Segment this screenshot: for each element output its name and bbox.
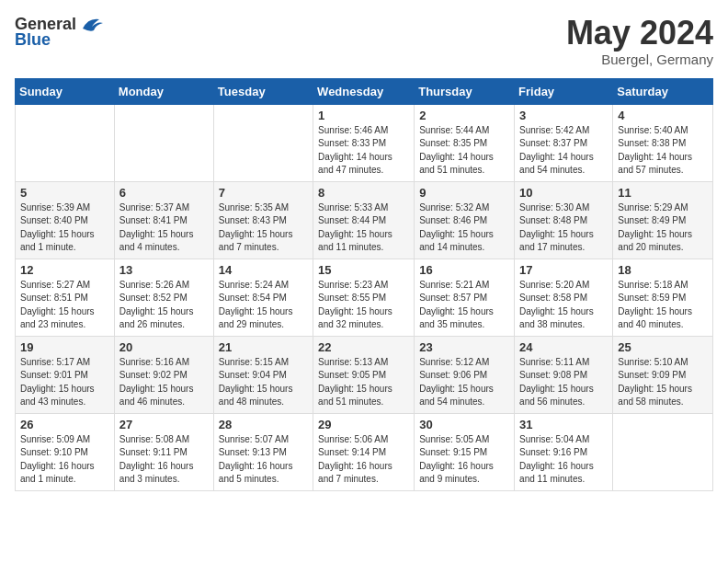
day-number: 27 [119,418,209,431]
calendar-cell: 7Sunrise: 5:35 AM Sunset: 8:43 PM Daylig… [213,181,313,259]
day-info: Sunrise: 5:27 AM Sunset: 8:51 PM Dayligh… [20,279,109,332]
calendar-cell: 28Sunrise: 5:07 AM Sunset: 9:13 PM Dayli… [213,413,313,490]
day-info: Sunrise: 5:06 AM Sunset: 9:14 PM Dayligh… [318,433,409,487]
day-number: 9 [419,186,509,200]
calendar-cell: 9Sunrise: 5:32 AM Sunset: 8:46 PM Daylig… [415,181,515,259]
calendar-cell: 4Sunrise: 5:40 AM Sunset: 8:38 PM Daylig… [613,104,713,181]
calendar-cell: 19Sunrise: 5:17 AM Sunset: 9:01 PM Dayli… [16,336,115,413]
day-info: Sunrise: 5:05 AM Sunset: 9:15 PM Dayligh… [419,433,509,487]
day-info: Sunrise: 5:15 AM Sunset: 9:04 PM Dayligh… [219,356,308,409]
calendar-cell: 6Sunrise: 5:37 AM Sunset: 8:41 PM Daylig… [114,181,213,259]
calendar-cell: 26Sunrise: 5:09 AM Sunset: 9:10 PM Dayli… [16,413,115,490]
day-number: 17 [519,263,608,277]
day-info: Sunrise: 5:20 AM Sunset: 8:58 PM Dayligh… [519,279,608,332]
calendar-cell: 24Sunrise: 5:11 AM Sunset: 9:08 PM Dayli… [515,336,613,413]
calendar-cell: 22Sunrise: 5:13 AM Sunset: 9:05 PM Dayli… [313,336,415,413]
day-number: 31 [519,418,608,431]
day-info: Sunrise: 5:13 AM Sunset: 9:05 PM Dayligh… [318,356,409,409]
day-number: 25 [618,340,708,354]
calendar-cell: 15Sunrise: 5:23 AM Sunset: 8:55 PM Dayli… [313,259,415,336]
page-header: General Blue May 2024 Buergel, Germany [15,15,713,67]
day-number: 13 [119,263,209,277]
day-number: 23 [419,340,509,354]
day-number: 14 [219,263,308,277]
calendar-cell: 11Sunrise: 5:29 AM Sunset: 8:49 PM Dayli… [613,181,713,259]
calendar-cell: 2Sunrise: 5:44 AM Sunset: 8:35 PM Daylig… [415,104,515,181]
title-area: May 2024 Buergel, Germany [566,15,713,67]
day-info: Sunrise: 5:26 AM Sunset: 8:52 PM Dayligh… [119,279,209,332]
calendar-cell [114,104,213,181]
calendar-cell: 25Sunrise: 5:10 AM Sunset: 9:09 PM Dayli… [613,336,713,413]
calendar-header-friday: Friday [515,78,613,104]
location: Buergel, Germany [566,52,713,67]
calendar-cell: 3Sunrise: 5:42 AM Sunset: 8:37 PM Daylig… [515,104,613,181]
calendar-header-saturday: Saturday [613,78,713,104]
day-info: Sunrise: 5:24 AM Sunset: 8:54 PM Dayligh… [219,279,308,332]
calendar-cell: 30Sunrise: 5:05 AM Sunset: 9:15 PM Dayli… [415,413,515,490]
day-info: Sunrise: 5:23 AM Sunset: 8:55 PM Dayligh… [318,279,409,332]
day-info: Sunrise: 5:10 AM Sunset: 9:09 PM Dayligh… [618,356,708,409]
calendar-cell: 8Sunrise: 5:33 AM Sunset: 8:44 PM Daylig… [313,181,415,259]
calendar-cell: 23Sunrise: 5:12 AM Sunset: 9:06 PM Dayli… [415,336,515,413]
day-number: 24 [519,340,608,354]
day-info: Sunrise: 5:32 AM Sunset: 8:46 PM Dayligh… [419,201,509,255]
day-info: Sunrise: 5:21 AM Sunset: 8:57 PM Dayligh… [419,279,509,332]
day-number: 2 [419,109,509,122]
day-number: 18 [618,263,708,277]
calendar-cell: 14Sunrise: 5:24 AM Sunset: 8:54 PM Dayli… [213,259,313,336]
day-info: Sunrise: 5:12 AM Sunset: 9:06 PM Dayligh… [419,356,509,409]
day-info: Sunrise: 5:39 AM Sunset: 8:40 PM Dayligh… [20,201,109,255]
calendar-cell: 18Sunrise: 5:18 AM Sunset: 8:59 PM Dayli… [613,259,713,336]
day-info: Sunrise: 5:18 AM Sunset: 8:59 PM Dayligh… [618,279,708,332]
month-title: May 2024 [566,15,713,52]
day-info: Sunrise: 5:16 AM Sunset: 9:02 PM Dayligh… [119,356,209,409]
logo: General Blue [15,15,105,50]
day-info: Sunrise: 5:40 AM Sunset: 8:38 PM Dayligh… [618,124,708,178]
day-info: Sunrise: 5:04 AM Sunset: 9:16 PM Dayligh… [519,433,608,487]
day-number: 15 [318,263,409,277]
day-info: Sunrise: 5:17 AM Sunset: 9:01 PM Dayligh… [20,356,109,409]
calendar-cell [213,104,313,181]
day-number: 28 [219,418,308,431]
calendar-cell: 21Sunrise: 5:15 AM Sunset: 9:04 PM Dayli… [213,336,313,413]
calendar-cell [613,413,713,490]
calendar-table: SundayMondayTuesdayWednesdayThursdayFrid… [15,78,713,491]
logo-bird-icon [79,16,105,34]
day-number: 10 [519,186,608,200]
day-number: 3 [519,109,608,122]
calendar-cell: 1Sunrise: 5:46 AM Sunset: 8:33 PM Daylig… [313,104,415,181]
calendar-cell: 17Sunrise: 5:20 AM Sunset: 8:58 PM Dayli… [515,259,613,336]
day-number: 19 [20,340,109,354]
day-info: Sunrise: 5:29 AM Sunset: 8:49 PM Dayligh… [618,201,708,255]
day-number: 22 [318,340,409,354]
day-info: Sunrise: 5:08 AM Sunset: 9:11 PM Dayligh… [119,433,209,487]
calendar-cell [16,104,115,181]
calendar-cell: 10Sunrise: 5:30 AM Sunset: 8:48 PM Dayli… [515,181,613,259]
calendar-cell: 20Sunrise: 5:16 AM Sunset: 9:02 PM Dayli… [114,336,213,413]
day-info: Sunrise: 5:42 AM Sunset: 8:37 PM Dayligh… [519,124,608,178]
calendar-cell: 13Sunrise: 5:26 AM Sunset: 8:52 PM Dayli… [114,259,213,336]
day-number: 12 [20,263,109,277]
calendar-cell: 31Sunrise: 5:04 AM Sunset: 9:16 PM Dayli… [515,413,613,490]
day-number: 4 [618,109,708,122]
logo-blue: Blue [15,30,51,50]
calendar-header-sunday: Sunday [16,78,115,104]
day-number: 6 [119,186,209,200]
day-info: Sunrise: 5:35 AM Sunset: 8:43 PM Dayligh… [219,201,308,255]
calendar-cell: 5Sunrise: 5:39 AM Sunset: 8:40 PM Daylig… [16,181,115,259]
day-number: 30 [419,418,509,431]
calendar-cell: 27Sunrise: 5:08 AM Sunset: 9:11 PM Dayli… [114,413,213,490]
day-info: Sunrise: 5:44 AM Sunset: 8:35 PM Dayligh… [419,124,509,178]
day-info: Sunrise: 5:30 AM Sunset: 8:48 PM Dayligh… [519,201,608,255]
calendar-header-monday: Monday [114,78,213,104]
calendar-header-wednesday: Wednesday [313,78,415,104]
day-number: 16 [419,263,509,277]
day-info: Sunrise: 5:07 AM Sunset: 9:13 PM Dayligh… [219,433,308,487]
calendar-cell: 29Sunrise: 5:06 AM Sunset: 9:14 PM Dayli… [313,413,415,490]
day-info: Sunrise: 5:09 AM Sunset: 9:10 PM Dayligh… [20,433,109,487]
day-number: 11 [618,186,708,200]
day-number: 5 [20,186,109,200]
day-info: Sunrise: 5:11 AM Sunset: 9:08 PM Dayligh… [519,356,608,409]
day-info: Sunrise: 5:33 AM Sunset: 8:44 PM Dayligh… [318,201,409,255]
day-number: 29 [318,418,409,431]
